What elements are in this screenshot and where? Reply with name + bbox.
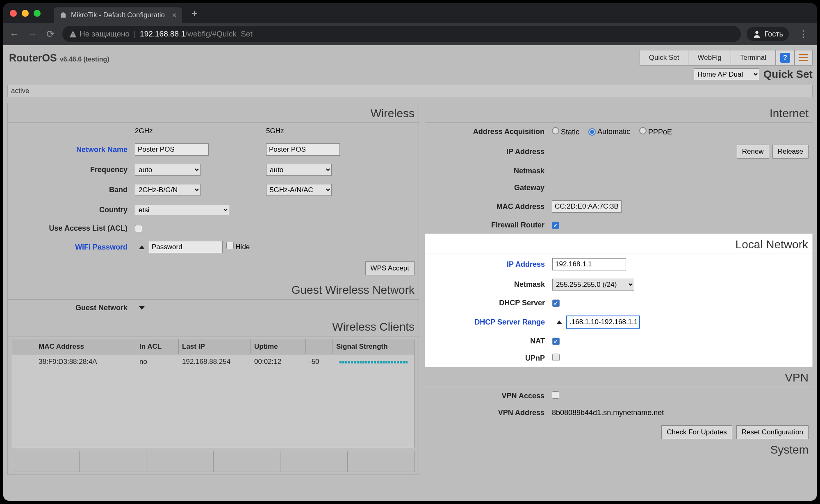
nat-checkbox[interactable]: ✓	[552, 338, 560, 345]
dhcp-range-input[interactable]	[566, 316, 640, 329]
vpn-access-checkbox[interactable]	[552, 391, 559, 399]
minimize-window-icon[interactable]	[22, 10, 29, 17]
release-button[interactable]: Release	[772, 145, 809, 159]
collapse-icon[interactable]	[139, 245, 145, 249]
profile-label: Гость	[765, 30, 783, 39]
mode-select[interactable]: Home AP Dual	[694, 68, 759, 80]
reset-config-button[interactable]: Reset Configuration	[736, 425, 809, 439]
section-vpn-title: VPN	[425, 367, 813, 387]
close-window-icon[interactable]	[10, 10, 17, 17]
insecure-icon[interactable]: Не защищено	[69, 30, 130, 39]
tab-terminal[interactable]: Terminal	[731, 50, 776, 66]
table-row[interactable]: 38:F9:D3:88:28:4A no 192.168.88.254 00:0…	[12, 354, 414, 370]
menu-button[interactable]	[795, 50, 813, 66]
hide-password-checkbox[interactable]	[226, 242, 234, 249]
label-network-name: Network Name	[8, 145, 135, 154]
status-bar: active	[7, 85, 813, 97]
tab-webfig[interactable]: WebFig	[688, 50, 730, 66]
cell-acl: no	[136, 354, 179, 370]
label-wifi-password: WiFi Password	[8, 243, 135, 252]
window-controls	[10, 10, 41, 17]
svg-point-0	[755, 31, 758, 34]
th-signal[interactable]: Signal Strength	[333, 339, 414, 354]
back-button[interactable]: ←	[8, 28, 20, 40]
tab-quick-set[interactable]: Quick Set	[640, 50, 688, 66]
wifi-password-input[interactable]	[149, 241, 223, 253]
label-acl: Use Access List (ACL)	[8, 224, 135, 233]
label-frequency: Frequency	[8, 166, 135, 174]
lan-ip-input[interactable]	[552, 258, 626, 270]
label-firewall: Firewall Router	[425, 221, 552, 229]
label-vpn-address: VPN Address	[425, 409, 552, 417]
collapse-icon[interactable]	[556, 320, 562, 324]
cell-signal-bar	[333, 354, 414, 370]
profile-icon	[752, 30, 761, 39]
address-bar[interactable]: Не защищено | 192.168.88.1/webfig/#Quick…	[62, 26, 741, 42]
new-tab-button[interactable]: +	[191, 7, 197, 20]
col-2ghz-header: 2GHz	[135, 127, 241, 135]
section-wireless-title: Wireless	[8, 103, 419, 123]
network-name-5ghz-input[interactable]	[266, 143, 340, 156]
url-text: 192.168.88.1/webfig/#Quick_Set	[140, 30, 253, 39]
country-select[interactable]: etsi	[135, 204, 229, 216]
acl-checkbox[interactable]	[135, 225, 142, 232]
site-favicon-icon	[59, 11, 67, 19]
wireless-clients-table: MAC Address In ACL Last IP Uptime Signal…	[12, 339, 415, 448]
check-updates-button[interactable]: Check For Updates	[661, 425, 732, 439]
product-logo: RouterOS v6.46.6 (testing)	[9, 52, 109, 64]
page-title: Quick Set	[763, 68, 813, 81]
th-lastip[interactable]: Last IP	[179, 339, 251, 354]
security-status-label: Не защищено	[80, 30, 130, 39]
wps-accept-button[interactable]: WPS Accept	[365, 261, 415, 275]
expand-icon[interactable]	[139, 306, 145, 310]
radio-pppoe[interactable]: PPPoE	[639, 127, 672, 136]
cell-signal-val: -50	[306, 354, 333, 370]
radio-static[interactable]: Static	[552, 127, 579, 136]
th-uptime[interactable]: Uptime	[251, 339, 306, 354]
label-hide: Hide	[235, 243, 250, 251]
label-internet-netmask: Netmask	[425, 167, 552, 175]
cell-lastip: 192.168.88.254	[179, 354, 251, 370]
network-name-2ghz-input[interactable]	[135, 143, 209, 156]
lan-netmask-select[interactable]: 255.255.255.0 (/24)	[552, 279, 634, 291]
th-mac[interactable]: MAC Address	[35, 339, 136, 354]
band-5ghz-select[interactable]: 5GHz-A/N/AC	[266, 184, 332, 196]
label-mac: MAC Address	[425, 202, 552, 211]
upnp-checkbox[interactable]	[552, 354, 560, 361]
firewall-checkbox[interactable]: ✓	[552, 222, 559, 229]
top-nav: Quick Set WebFig Terminal ?	[640, 50, 813, 66]
label-internet-ip: IP Address	[425, 148, 552, 156]
label-dhcp-range: DHCP Server Range	[425, 318, 552, 327]
menu-icon	[799, 54, 808, 61]
dhcp-checkbox[interactable]: ✓	[552, 300, 560, 307]
maximize-window-icon[interactable]	[34, 10, 41, 17]
label-lan-ip: IP Address	[425, 260, 552, 269]
label-nat: NAT	[425, 337, 552, 345]
forward-button: →	[26, 28, 39, 40]
browser-menu-button[interactable]: ⋮	[795, 29, 812, 39]
browser-tab[interactable]: MikroTik - Default Configuratio ×	[54, 7, 182, 23]
bottom-grid	[12, 451, 415, 472]
section-guest-wireless-title: Guest Wireless Network	[8, 279, 419, 300]
profile-button[interactable]: Гость	[747, 27, 789, 41]
renew-button[interactable]: Renew	[737, 145, 769, 159]
label-upnp: UPnP	[425, 354, 552, 363]
label-country: Country	[8, 206, 135, 214]
radio-automatic[interactable]: Automatic	[588, 127, 630, 136]
mac-address-input[interactable]	[552, 200, 622, 213]
label-guest-network: Guest Network	[8, 304, 135, 312]
reload-button[interactable]: ⟳	[44, 28, 57, 40]
label-vpn-access: VPN Access	[425, 392, 552, 400]
col-5ghz-header: 5GHz	[266, 127, 373, 135]
th-acl[interactable]: In ACL	[136, 339, 179, 354]
section-lan-title: Local Network	[425, 234, 812, 254]
section-clients-title: Wireless Clients	[8, 316, 419, 336]
band-2ghz-select[interactable]: 2GHz-B/G/N	[135, 184, 200, 196]
label-band: Band	[8, 186, 135, 194]
browser-toolbar: ← → ⟳ Не защищено | 192.168.88.1/webfig/…	[3, 23, 817, 45]
label-dhcp: DHCP Server	[425, 299, 552, 307]
frequency-2ghz-select[interactable]: auto	[135, 164, 200, 176]
help-button[interactable]: ?	[776, 50, 795, 66]
tab-close-icon[interactable]: ×	[172, 11, 177, 20]
frequency-5ghz-select[interactable]: auto	[266, 164, 332, 176]
